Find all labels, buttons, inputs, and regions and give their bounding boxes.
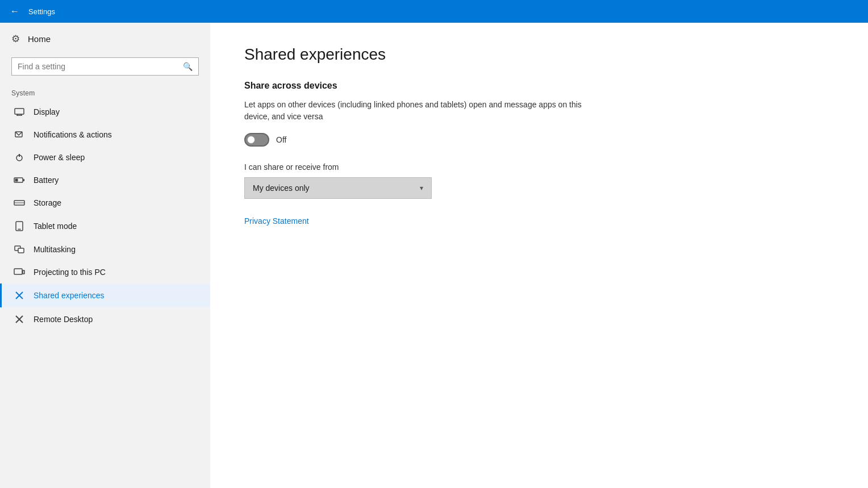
- sidebar-item-notifications-label: Notifications & actions: [34, 130, 112, 139]
- sidebar-item-multitasking-label: Multitasking: [34, 245, 76, 254]
- back-button[interactable]: ←: [7, 3, 23, 19]
- share-dropdown-value: My devices only: [253, 183, 310, 193]
- sidebar-item-display-label: Display: [34, 107, 60, 116]
- app-body: ⚙ Home 🔍 System Display Notifications & …: [0, 23, 868, 488]
- sidebar-item-projecting-label: Projecting to this PC: [34, 268, 106, 277]
- sidebar-item-projecting[interactable]: Projecting to this PC: [0, 261, 210, 283]
- share-section-title: Share across devices: [244, 81, 834, 91]
- share-toggle[interactable]: [244, 133, 269, 147]
- battery-icon: [13, 177, 26, 183]
- search-button[interactable]: 🔍: [177, 58, 198, 75]
- chevron-down-icon: ▾: [420, 184, 423, 192]
- sidebar-item-storage-label: Storage: [34, 198, 61, 207]
- multitasking-icon: [13, 245, 26, 253]
- home-button[interactable]: ⚙ Home: [0, 23, 210, 55]
- shared-icon: [13, 290, 26, 301]
- display-icon: [13, 108, 26, 116]
- home-label: Home: [28, 34, 51, 44]
- sidebar-item-display[interactable]: Display: [0, 101, 210, 123]
- toggle-row: Off: [244, 133, 834, 147]
- share-dropdown-label: I can share or receive from: [244, 162, 834, 172]
- home-icon: ⚙: [11, 33, 20, 45]
- sidebar-item-remote-label: Remote Desktop: [34, 315, 93, 324]
- svg-rect-15: [18, 248, 24, 253]
- svg-rect-16: [14, 269, 22, 274]
- titlebar: ← Settings: [0, 0, 868, 23]
- search-container: 🔍: [0, 55, 210, 85]
- tablet-icon: [13, 221, 26, 231]
- search-box: 🔍: [11, 57, 199, 76]
- sidebar-item-storage[interactable]: Storage: [0, 191, 210, 214]
- system-section-label: System: [0, 85, 210, 101]
- toggle-track: [244, 133, 269, 147]
- share-description: Let apps on other devices (including lin…: [244, 99, 585, 123]
- notifications-icon: [13, 130, 26, 139]
- projecting-icon: [13, 268, 26, 276]
- svg-rect-0: [15, 109, 24, 114]
- page-title: Shared experiences: [244, 45, 834, 64]
- sidebar-item-multitasking[interactable]: Multitasking: [0, 238, 210, 261]
- sidebar-item-power[interactable]: Power & sleep: [0, 146, 210, 169]
- sidebar-item-shared[interactable]: Shared experiences: [0, 283, 210, 307]
- sidebar: ⚙ Home 🔍 System Display Notifications & …: [0, 23, 210, 488]
- sidebar-item-battery[interactable]: Battery: [0, 169, 210, 191]
- storage-icon: [13, 199, 26, 207]
- privacy-link[interactable]: Privacy Statement: [244, 216, 309, 226]
- toggle-thumb: [247, 136, 255, 144]
- main-content: Shared experiences Share across devices …: [210, 23, 868, 488]
- remote-icon: [13, 314, 26, 324]
- sidebar-item-tablet-label: Tablet mode: [34, 222, 77, 231]
- svg-rect-8: [23, 179, 24, 181]
- sidebar-item-shared-label: Shared experiences: [34, 291, 105, 300]
- toggle-label: Off: [276, 135, 286, 144]
- svg-rect-9: [15, 179, 18, 182]
- search-input[interactable]: [12, 58, 177, 75]
- sidebar-item-notifications[interactable]: Notifications & actions: [0, 123, 210, 146]
- sidebar-item-remote[interactable]: Remote Desktop: [0, 307, 210, 331]
- sidebar-item-battery-label: Battery: [34, 176, 59, 185]
- share-dropdown[interactable]: My devices only ▾: [244, 177, 432, 199]
- titlebar-title: Settings: [28, 7, 55, 16]
- sidebar-item-power-label: Power & sleep: [34, 153, 85, 162]
- sidebar-item-tablet[interactable]: Tablet mode: [0, 214, 210, 238]
- svg-rect-17: [23, 270, 24, 274]
- power-icon: [13, 153, 26, 162]
